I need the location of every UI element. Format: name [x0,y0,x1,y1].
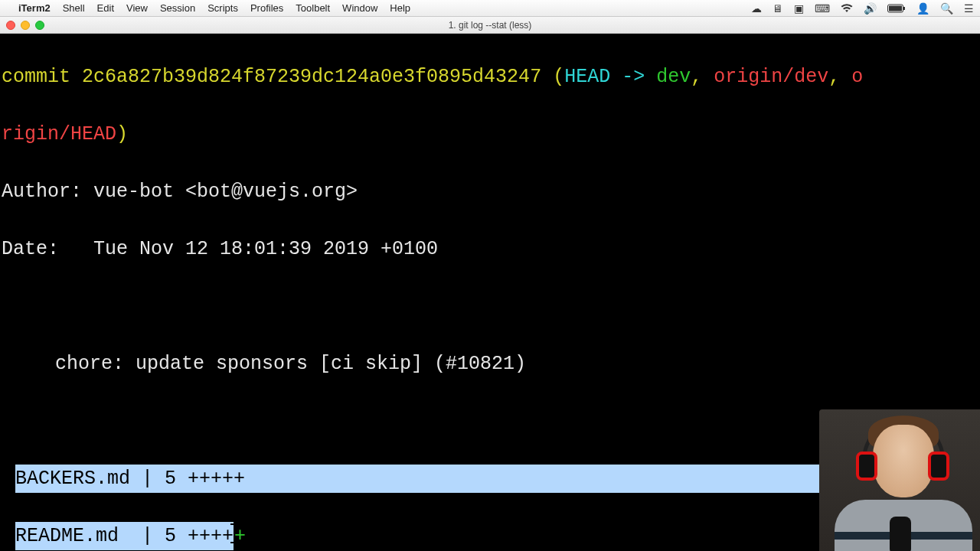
macos-menubar: iTerm2 Shell Edit View Session Scripts P… [0,0,980,17]
microphone-icon [890,517,911,551]
commit-line-1-wrap: rigin/HEAD) [2,120,978,149]
terminal-viewport[interactable]: commit 2c6a827b39d824f87239dc124a0e3f089… [0,34,980,551]
window-minimize-button[interactable] [21,21,30,30]
menubar-item-edit[interactable]: Edit [97,2,114,14]
svg-rect-1 [903,7,905,10]
webcam-overlay [819,409,980,551]
remote-ref-2b: rigin/HEAD [2,123,116,145]
head-label: HEAD -> [564,66,656,88]
cloud-icon[interactable]: ☁︎ [751,2,762,15]
control-center-icon[interactable]: ☰ [964,2,974,15]
refs-close: ) [116,123,128,145]
menubar-status-area: ☁︎ 🖥 ▣ ⌨︎ 🔊 👤 🔍 ☰ [751,2,974,15]
battery-icon[interactable] [887,4,906,13]
menubar-item-session[interactable]: Session [160,2,195,14]
menubar-item-toolbelt[interactable]: Toolbelt [296,2,330,14]
window-titlebar: 1. git log --stat (less) [0,17,980,34]
headphone-right-icon [928,452,949,481]
refs-open: ( [541,66,564,88]
commit-line-1: commit 2c6a827b39d824f87239dc124a0e3f089… [2,63,978,92]
text-cursor-ibeam-icon [234,522,234,545]
wifi-icon[interactable] [841,4,853,13]
remote-ref-2a: o [851,66,863,88]
menubar-item-window[interactable]: Window [342,2,377,14]
remote-ref-1: origin/dev [714,66,828,88]
blank-line [2,292,978,321]
menubar-item-scripts[interactable]: Scripts [207,2,238,14]
commit-message-1-text: chore: update sponsors [ci skip] (#10821… [2,350,526,379]
volume-icon[interactable]: 🔊 [864,2,877,15]
branch-name: dev [656,66,691,88]
menubar-item-help[interactable]: Help [390,2,410,14]
window-close-button[interactable] [6,21,15,30]
screen-mirror-icon[interactable]: ▣ [794,2,804,15]
menubar-item-profiles[interactable]: Profiles [250,2,283,14]
stat-line-readme-selected: README.md | 5 ++++ [15,522,234,551]
commit-message-1: chore: update sponsors [ci skip] (#10821… [2,350,978,379]
display-icon[interactable]: 🖥 [773,2,783,15]
date-line-1: Date: Tue Nov 12 18:01:39 2019 +0100 [2,235,978,264]
commit-label: commit [2,66,82,88]
keyboard-icon[interactable]: ⌨︎ [815,2,830,15]
window-zoom-button[interactable] [35,21,44,30]
author-line-1: Author: vue-bot <bot@vuejs.org> [2,178,978,207]
svg-rect-2 [889,5,902,11]
headphone-left-icon [856,452,877,481]
menubar-app-name[interactable]: iTerm2 [18,2,51,14]
window-traffic-lights [6,21,44,30]
commit-hash: 2c6a827b39d824f87239dc124a0e3f0895d43247 [82,66,541,88]
spotlight-icon[interactable]: 🔍 [940,2,953,15]
webcam-person-face [873,425,934,497]
ref-sep-1: , [691,66,714,88]
user-icon[interactable]: 👤 [916,2,929,15]
ref-sep-2: , [828,66,851,88]
menubar-left: iTerm2 Shell Edit View Session Scripts P… [6,2,410,14]
menubar-item-view[interactable]: View [126,2,148,14]
window-title: 1. git log --stat (less) [449,20,532,31]
menubar-item-shell[interactable]: Shell [63,2,85,14]
